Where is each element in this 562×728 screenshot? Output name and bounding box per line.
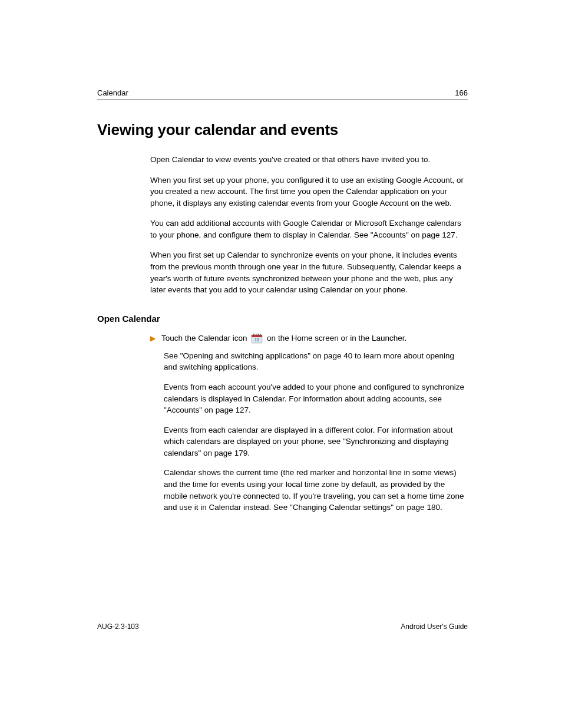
intro-para: Open Calendar to view events you've crea… [150,154,468,166]
intro-para: When you first set up Calendar to synchr… [150,249,468,295]
footer-guide-name: Android User's Guide [401,622,468,631]
intro-para: When you first set up your phone, you co… [150,174,468,209]
svg-rect-5 [260,334,261,335]
bullet-text-post: on the Home screen or in the Launcher. [267,334,406,342]
intro-para: You can add additional accounts with Goo… [150,218,468,241]
main-heading: Viewing your calendar and events [97,121,468,139]
section-name: Calendar [97,88,128,97]
document-page: Calendar 166 Viewing your calendar and e… [0,0,562,513]
svg-rect-3 [256,334,257,335]
follow-para: Events from each account you've added to… [164,381,468,416]
sub-heading: Open Calendar [97,314,468,324]
follow-para: Calendar shows the current time (the red… [164,467,468,513]
svg-text:10: 10 [254,338,259,342]
svg-rect-2 [253,334,254,335]
svg-rect-4 [258,334,259,335]
triangle-bullet-icon: ▶ [150,334,156,342]
page-footer: AUG-2.3-103 Android User's Guide [97,622,468,631]
follow-para: See "Opening and switching applications"… [164,350,468,373]
instruction-bullet: ▶ Touch the Calendar icon 10 on the Home… [150,332,468,344]
follow-para: Events from each calendar are displayed … [164,424,468,459]
page-number: 166 [455,88,468,97]
follow-block: See "Opening and switching applications"… [164,350,468,513]
bullet-text: Touch the Calendar icon 10 on the Home s… [161,332,406,344]
footer-doc-id: AUG-2.3-103 [97,622,139,631]
page-header: Calendar 166 [97,88,468,100]
calendar-icon: 10 [251,333,263,344]
intro-block: Open Calendar to view events you've crea… [150,154,468,296]
bullet-text-pre: Touch the Calendar icon [161,334,249,342]
